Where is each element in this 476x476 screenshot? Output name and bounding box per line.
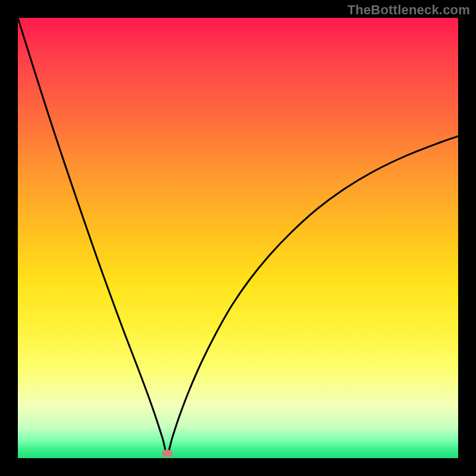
bottleneck-curve xyxy=(18,18,458,458)
watermark-text: TheBottleneck.com xyxy=(347,2,470,18)
chart-frame: TheBottleneck.com xyxy=(0,0,476,476)
plot-area xyxy=(18,18,458,458)
curve-path xyxy=(18,18,458,453)
optimum-marker xyxy=(162,450,173,457)
